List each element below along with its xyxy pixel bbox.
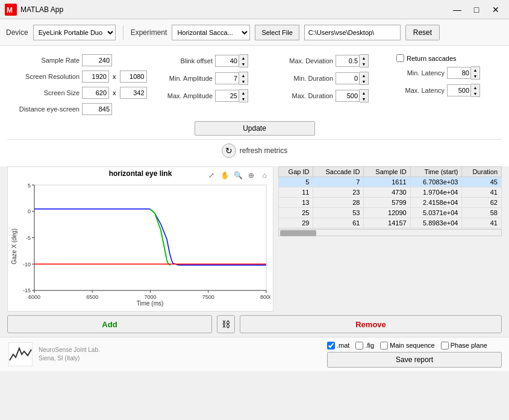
- chart-area: horizontal eye link ⤢ ✋ 🔍 ⊕ ⌂ Gaze X (de…: [7, 166, 273, 312]
- save-report-button[interactable]: Save report: [327, 352, 502, 368]
- table-cell-4-3: 5.8983e+04: [410, 218, 462, 228]
- x-axis-label: Time (ms): [137, 300, 164, 307]
- update-button[interactable]: Update: [195, 121, 315, 136]
- phase-plane-checkbox-label[interactable]: Phase plane: [441, 342, 487, 349]
- chart-hand-tool[interactable]: ✋: [219, 169, 231, 181]
- footer-org-line1: NeuroSense Joint Lab.: [39, 346, 100, 354]
- sample-rate-input[interactable]: [82, 54, 112, 66]
- select-file-button[interactable]: Select File: [255, 25, 299, 40]
- min-duration-up[interactable]: ▲: [360, 72, 368, 78]
- max-latency-row: Max. Latency ▲ ▼: [396, 84, 502, 97]
- table-cell-4-1: 61: [313, 218, 364, 228]
- maximize-button[interactable]: □: [468, 3, 485, 16]
- window-controls: — □ ✕: [449, 3, 504, 16]
- refresh-row: ↻ refresh metrics: [7, 143, 502, 158]
- chart-pan-tool[interactable]: ⤢: [205, 169, 217, 181]
- main-seq-checkbox-label[interactable]: Main sequence: [380, 342, 435, 349]
- min-amplitude-row: Min. Amplitude ▲ ▼: [158, 72, 270, 85]
- max-duration-input[interactable]: [336, 90, 360, 102]
- green-trace: [150, 209, 170, 265]
- max-deviation-spinner: ▲ ▼: [336, 54, 369, 67]
- blink-offset-spinner: ▲ ▼: [215, 54, 248, 67]
- main-seq-checkbox[interactable]: [380, 342, 388, 349]
- table-scrollbar-thumb[interactable]: [280, 230, 316, 236]
- mat-checkbox[interactable]: [327, 342, 335, 349]
- min-duration-down[interactable]: ▼: [360, 78, 368, 84]
- add-button[interactable]: Add: [7, 315, 212, 333]
- fig-checkbox-label[interactable]: .fig: [355, 342, 374, 349]
- screen-res-x: x: [113, 73, 116, 80]
- chart-home-tool[interactable]: ⌂: [258, 169, 270, 181]
- lower-section: horizontal eye link ⤢ ✋ 🔍 ⊕ ⌂ Gaze X (de…: [0, 166, 509, 312]
- blink-offset-input[interactable]: [215, 55, 239, 67]
- phase-plane-checkbox[interactable]: [441, 342, 449, 349]
- return-saccades-checkbox[interactable]: [396, 54, 404, 62]
- experiment-select[interactable]: Horizontal Sacca...: [172, 25, 250, 40]
- max-amplitude-up[interactable]: ▲: [239, 90, 248, 96]
- screen-res-h-input[interactable]: [120, 71, 147, 83]
- max-duration-down[interactable]: ▼: [360, 96, 368, 102]
- main-content: Sample Rate Screen Resolution x Screen S…: [0, 46, 509, 166]
- max-deviation-input[interactable]: [336, 55, 360, 67]
- min-amplitude-input[interactable]: [215, 72, 239, 84]
- table-row[interactable]: 5716116.7083e+0345: [279, 177, 502, 187]
- chart-zoom-out-tool[interactable]: ⊕: [245, 169, 257, 181]
- screen-size-row: Screen Size x: [7, 87, 146, 99]
- min-amplitude-up[interactable]: ▲: [239, 72, 248, 78]
- max-deviation-down[interactable]: ▼: [360, 61, 368, 67]
- chart-zoom-in-tool[interactable]: 🔍: [232, 169, 244, 181]
- max-amplitude-spinner-btns: ▲ ▼: [239, 89, 248, 102]
- table-row[interactable]: 112347301.9704e+0441: [279, 187, 502, 198]
- screen-res-w-input[interactable]: [82, 71, 109, 83]
- blink-offset-down[interactable]: ▼: [239, 61, 248, 67]
- distance-input[interactable]: [82, 103, 112, 115]
- max-duration-spinner-btns: ▲ ▼: [360, 89, 369, 102]
- max-amplitude-label: Max. Amplitude: [158, 92, 213, 99]
- link-button[interactable]: ⛓: [217, 315, 235, 333]
- reset-button[interactable]: Reset: [405, 25, 440, 40]
- col-time-start: Time (start): [410, 167, 462, 177]
- max-amplitude-input[interactable]: [215, 90, 239, 102]
- min-amplitude-down[interactable]: ▼: [239, 78, 248, 84]
- table-cell-0-2: 1611: [364, 177, 410, 187]
- min-duration-input[interactable]: [336, 72, 360, 84]
- refresh-button[interactable]: ↻: [222, 143, 236, 158]
- min-latency-down[interactable]: ▼: [471, 73, 479, 79]
- max-latency-up[interactable]: ▲: [471, 84, 479, 90]
- blink-offset-spinner-btns: ▲ ▼: [239, 54, 248, 67]
- minimize-button[interactable]: —: [449, 3, 466, 16]
- fig-checkbox[interactable]: [355, 342, 363, 349]
- table-row[interactable]: 2553120905.0371e+0458: [279, 208, 502, 218]
- footer-logo: [7, 341, 34, 368]
- mat-checkbox-label[interactable]: .mat: [327, 342, 349, 349]
- table-cell-2-0: 13: [279, 198, 313, 208]
- max-latency-down[interactable]: ▼: [471, 90, 479, 96]
- table-scrollbar[interactable]: [278, 229, 502, 236]
- max-deviation-up[interactable]: ▲: [360, 55, 368, 61]
- max-duration-spinner: ▲ ▼: [336, 89, 369, 102]
- max-duration-up[interactable]: ▲: [360, 90, 368, 96]
- table-cell-1-3: 1.9704e+04: [410, 187, 462, 198]
- max-amplitude-down[interactable]: ▼: [239, 96, 248, 102]
- min-latency-up[interactable]: ▲: [471, 67, 479, 73]
- title-bar: M MATLAB App — □ ✕: [0, 0, 509, 19]
- sample-rate-row: Sample Rate: [7, 54, 146, 66]
- table-cell-0-4: 45: [462, 177, 502, 187]
- blink-offset-up[interactable]: ▲: [239, 55, 248, 61]
- table-cell-0-0: 5: [279, 177, 313, 187]
- fig-label: .fig: [365, 342, 374, 349]
- return-saccades-label[interactable]: Return saccades: [396, 54, 457, 62]
- table-row[interactable]: 132857992.4158e+0462: [279, 198, 502, 208]
- svg-text:M: M: [7, 6, 13, 14]
- device-select[interactable]: EyeLink Portable Duo: [33, 25, 116, 40]
- table-body: 5716116.7083e+0345112347301.9704e+044113…: [279, 177, 502, 228]
- remove-button[interactable]: Remove: [240, 315, 502, 333]
- screen-size-w-input[interactable]: [82, 87, 109, 99]
- table-row[interactable]: 2961141575.8983e+0441: [279, 218, 502, 228]
- screen-size-h-input[interactable]: [120, 87, 147, 99]
- min-latency-input[interactable]: [447, 67, 471, 79]
- min-duration-row: Min. Duration ▲ ▼: [282, 72, 384, 85]
- max-latency-input[interactable]: [447, 84, 471, 96]
- close-button[interactable]: ✕: [487, 3, 504, 16]
- max-deviation-label: Max. Deviation: [282, 57, 333, 64]
